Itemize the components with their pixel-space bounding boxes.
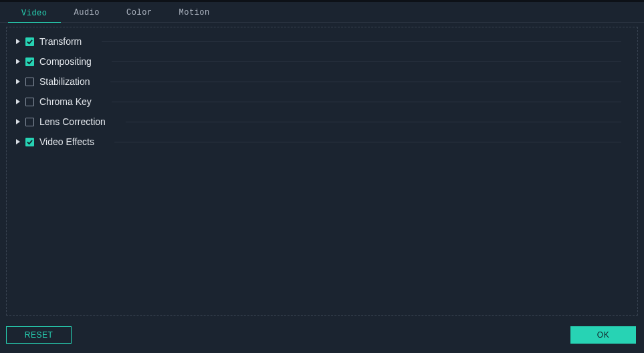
section-stabilization: Stabilization bbox=[7, 72, 637, 92]
chevron-right-icon[interactable] bbox=[13, 79, 23, 84]
divider bbox=[114, 142, 621, 142]
section-lens-correction: Lens Correction bbox=[7, 112, 637, 132]
checkbox-chroma-key[interactable] bbox=[25, 98, 34, 106]
tab-audio[interactable]: Audio bbox=[61, 3, 114, 23]
divider bbox=[126, 122, 621, 122]
section-label: Chroma Key bbox=[39, 96, 92, 107]
checkbox-stabilization[interactable] bbox=[25, 78, 34, 86]
chevron-right-icon[interactable] bbox=[13, 139, 23, 144]
chevron-right-icon[interactable] bbox=[13, 39, 23, 44]
properties-panel: Transform Compositing Stabilization bbox=[6, 27, 638, 316]
checkbox-video-effects[interactable] bbox=[25, 138, 34, 146]
checkbox-lens-correction[interactable] bbox=[25, 118, 34, 126]
chevron-right-icon[interactable] bbox=[13, 99, 23, 104]
chevron-right-icon[interactable] bbox=[13, 119, 23, 124]
section-label: Compositing bbox=[39, 56, 92, 67]
footer-bar: RESET OK bbox=[0, 324, 644, 353]
checkbox-transform[interactable] bbox=[25, 37, 34, 46]
ok-button[interactable]: OK bbox=[570, 326, 636, 344]
reset-button[interactable]: RESET bbox=[6, 326, 72, 344]
section-transform: Transform bbox=[7, 31, 637, 51]
divider bbox=[110, 82, 622, 82]
section-label: Lens Correction bbox=[39, 116, 106, 127]
tabs-bar: Video Audio Color Motion bbox=[0, 2, 644, 23]
tab-motion[interactable]: Motion bbox=[166, 3, 223, 23]
section-chroma-key: Chroma Key bbox=[7, 92, 637, 112]
divider bbox=[102, 41, 621, 42]
section-label: Stabilization bbox=[39, 76, 90, 87]
tab-video[interactable]: Video bbox=[8, 4, 61, 23]
section-label: Video Effects bbox=[39, 136, 94, 147]
section-compositing: Compositing bbox=[7, 51, 637, 72]
divider bbox=[112, 102, 621, 102]
tab-color[interactable]: Color bbox=[113, 3, 166, 23]
section-label: Transform bbox=[39, 36, 82, 47]
checkbox-compositing[interactable] bbox=[25, 57, 34, 66]
section-video-effects: Video Effects bbox=[7, 132, 637, 152]
section-list: Transform Compositing Stabilization bbox=[7, 27, 637, 152]
divider bbox=[112, 62, 621, 62]
chevron-right-icon[interactable] bbox=[13, 59, 23, 64]
